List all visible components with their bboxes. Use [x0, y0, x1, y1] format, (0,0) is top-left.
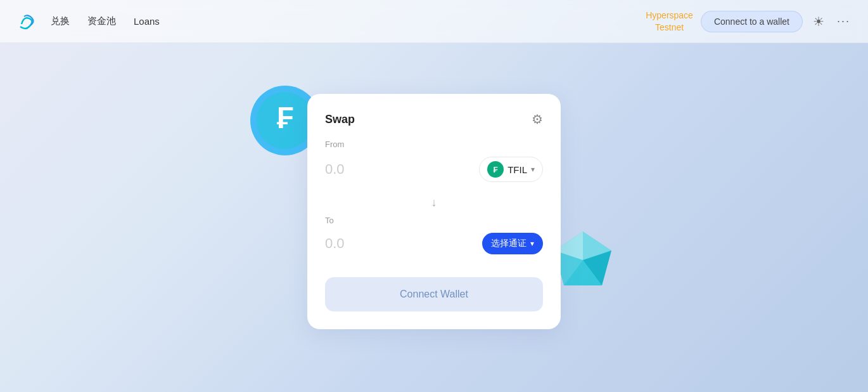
svg-point-0: [15, 10, 38, 33]
nav-item-swap[interactable]: 兑换: [51, 15, 70, 27]
to-label: To: [325, 216, 543, 225]
to-input-row: 选择通证 ▾: [325, 230, 543, 257]
header: 兑换 资金池 Loans Hyperspace Testnet Connect …: [0, 0, 868, 43]
to-amount-input[interactable]: [325, 235, 426, 252]
swap-title: Swap: [325, 113, 355, 126]
swap-arrow-divider: ↓: [325, 190, 543, 216]
main-content: Swap ⚙ From ₣ TFIL ▾ ↓ To: [0, 43, 868, 329]
connect-wallet-button[interactable]: Connect Wallet: [325, 277, 543, 311]
select-token-chevron-icon: ▾: [530, 239, 534, 248]
settings-icon[interactable]: ⚙: [532, 112, 543, 127]
from-token-icon: ₣: [487, 161, 504, 178]
from-label: From: [325, 140, 543, 149]
nav-item-pool[interactable]: 资金池: [87, 15, 116, 27]
nav-item-loans[interactable]: Loans: [134, 16, 160, 27]
swap-card-header: Swap ⚙: [325, 112, 543, 127]
network-label: Hyperspace Testnet: [646, 10, 693, 32]
from-token-name: TFIL: [507, 164, 527, 175]
nav: 兑换 资金池 Loans: [51, 15, 160, 27]
to-section: To 选择通证 ▾: [325, 216, 543, 257]
more-options-button[interactable]: ···: [834, 12, 853, 30]
from-input-row: ₣ TFIL ▾: [325, 154, 543, 185]
from-token-selector[interactable]: ₣ TFIL ▾: [479, 157, 543, 182]
select-token-label: 选择通证: [491, 238, 527, 249]
select-token-button[interactable]: 选择通证 ▾: [482, 233, 543, 254]
connect-wallet-header-button[interactable]: Connect to a wallet: [701, 11, 803, 32]
from-amount-input[interactable]: [325, 161, 426, 178]
arrow-down-icon: ↓: [431, 196, 437, 209]
header-right: Hyperspace Testnet Connect to a wallet ☀…: [646, 10, 853, 32]
logo: [15, 10, 38, 33]
swap-card: Swap ⚙ From ₣ TFIL ▾ ↓ To: [307, 94, 561, 329]
from-section: From ₣ TFIL ▾: [325, 140, 543, 185]
theme-toggle-button[interactable]: ☀: [810, 11, 827, 32]
from-token-chevron-icon: ▾: [531, 165, 535, 174]
